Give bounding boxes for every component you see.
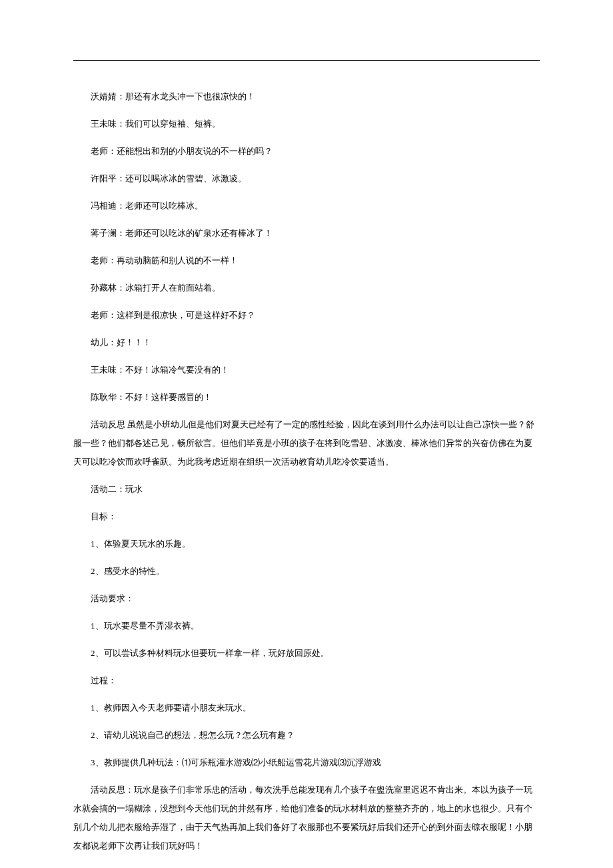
text-line: 幼儿：好！！！ [73,333,540,352]
text-line: 2、可以尝试多种材料玩水但要玩一样拿一样，玩好放回原处。 [73,644,540,663]
text-line: 王未味：我们可以穿短袖、短裤。 [73,115,540,133]
text-line: 过程： [73,671,540,690]
horizontal-rule [73,60,540,61]
text-line: 冯相迪：老师还可以吃棒冰。 [73,197,540,215]
text-line: 1、玩水要尽量不弄湿衣裤。 [73,617,540,635]
text-line: 蒋子澜：老师还可以吃冰的矿泉水还有棒冰了！ [73,224,540,243]
text-line: 2、请幼儿说说自己的想法，想怎么玩？怎么玩有趣？ [73,726,540,745]
text-line: 老师：再动动脑筋和别人说的不一样！ [73,251,540,270]
text-line: 夏天是玩水的好季节，不要因为怕幼儿玩水弄的乱糟糟而不给他们玩水的机会，在条件允许… [73,864,540,868]
text-line: 许阳平：还可以喝冰冰的雪碧、冰激凌。 [73,169,540,188]
text-line: 1、体验夏天玩水的乐趣。 [73,535,540,553]
text-line: 陈耿华：不好！这样要感冒的！ [73,388,540,407]
text-line: 孙藏林：冰箱打开人在前面站着。 [73,279,540,297]
text-line: 活动反思 虽然是小班幼儿但是他们对夏天已经有了一定的感性经验，因此在谈到用什么办… [73,415,540,471]
text-line: 2、感受水的特性。 [73,562,540,581]
text-line: 活动二：玩水 [73,480,540,499]
text-line: 沃婧婧：那还有水龙头冲一下也很凉快的！ [73,87,540,106]
text-line: 活动反思：玩水是孩子们非常乐忠的活动，每次洗手总能发现有几个孩子在盥洗室里迟迟不… [73,781,540,855]
text-line: 老师：这样到是很凉快，可是这样好不好？ [73,306,540,325]
text-line: 3、教师提供几种玩法：⑴可乐瓶灌水游戏⑵小纸船运雪花片游戏⑶沉浮游戏 [73,753,540,772]
text-line: 目标： [73,507,540,526]
document-page: 沃婧婧：那还有水龙头冲一下也很凉快的！王未味：我们可以穿短袖、短裤。老师：还能想… [0,0,613,868]
text-line: 1、教师因入今天老师要请小朋友来玩水。 [73,699,540,717]
text-line: 王未味：不好！冰箱冷气要没有的！ [73,361,540,379]
document-body: 沃婧婧：那还有水龙头冲一下也很凉快的！王未味：我们可以穿短袖、短裤。老师：还能想… [73,87,540,868]
text-line: 活动要求： [73,589,540,608]
text-line: 老师：还能想出和别的小朋友说的不一样的吗？ [73,142,540,161]
